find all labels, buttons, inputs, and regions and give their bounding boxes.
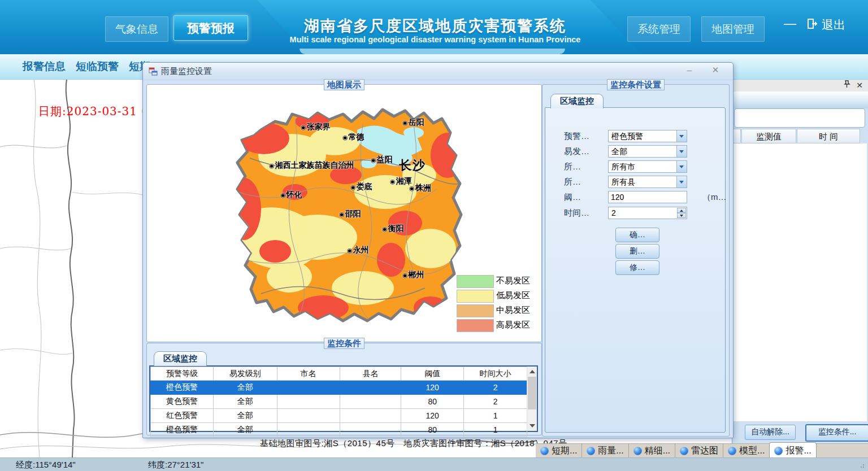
dock-table-body	[734, 143, 867, 421]
scroll-down-icon[interactable]	[530, 424, 535, 428]
city-marker-icon: ◉	[382, 225, 388, 232]
winform-icon	[149, 67, 158, 78]
map-city-yueyang: ◉岳阳	[402, 117, 424, 128]
scroll-up-icon[interactable]	[530, 370, 535, 373]
warning-level-select[interactable]: 橙色预警	[608, 130, 687, 142]
tab-region-monitor-settings[interactable]: 区域监控	[550, 94, 604, 108]
map-city-xiangtan: ◉湘潭	[390, 176, 412, 186]
task-tab-fine[interactable]: 精细...	[628, 444, 675, 458]
subnav-alarm-info[interactable]: 报警信息	[23, 59, 66, 74]
map-city-changde: ◉常德	[342, 132, 364, 142]
map-city-changsha: 长沙	[399, 157, 426, 174]
task-tab-short-term[interactable]: 短期...	[536, 444, 581, 458]
exit-button[interactable]: 退出	[806, 16, 845, 34]
delete-button[interactable]: 删…	[615, 244, 659, 259]
chevron-down-icon[interactable]	[676, 161, 687, 172]
prone-level-select[interactable]: 全部	[608, 145, 687, 158]
county-label: 所…	[564, 177, 581, 187]
threshold-label: 阈…	[564, 192, 581, 203]
map-display-group: 地图展示	[146, 84, 542, 342]
city-marker-icon: ◉	[409, 185, 415, 191]
modify-button[interactable]: 修…	[615, 260, 659, 275]
map-license-text: 基础地图审图号:湘S（2015）45号 地质灾害图件审图号：湘S（2018）04…	[260, 438, 567, 449]
city-marker-icon: ◉	[402, 119, 408, 126]
monitor-condition-button[interactable]: 监控条件...	[805, 424, 868, 442]
nav-map-management[interactable]: 地图管理	[701, 16, 765, 42]
county-select[interactable]: 所有县	[608, 176, 687, 188]
table-row[interactable]: 橙色预警全部 801	[151, 423, 527, 437]
settings-group-label: 监控条件设置	[607, 79, 665, 90]
header-decor-band	[300, 49, 565, 54]
dialog-minimize-button[interactable]: –	[681, 64, 698, 76]
map-group-label: 地图展示	[324, 79, 364, 90]
bottom-taskbar: 短期... 雨量... 精细... 雷达图 模型... 报警...	[536, 443, 868, 458]
county-boundary-lines	[0, 79, 147, 457]
dialog-titlebar[interactable]: 雨量监控设置 – ✕	[143, 63, 733, 80]
task-tab-model[interactable]: 模型...	[723, 444, 769, 458]
dock-toolbar-box	[734, 108, 865, 128]
tab-region-monitor[interactable]: 区域监控	[154, 351, 207, 366]
subnav-nowcast-warning[interactable]: 短临预警	[76, 59, 119, 74]
window-minimize-button[interactable]: —	[782, 18, 798, 32]
map-city-zhuzhou: ◉株洲	[409, 183, 431, 193]
city-marker-icon: ◉	[301, 124, 306, 130]
time-label: 时间…	[564, 208, 589, 219]
time-spinner[interactable]: 2	[608, 207, 687, 219]
dock-col-monitor-value[interactable]: 监测值	[741, 129, 796, 143]
globe-icon	[587, 447, 595, 455]
globe-icon	[774, 447, 783, 455]
globe-icon	[633, 447, 642, 455]
dialog-title: 雨量监控设置	[161, 66, 212, 77]
condition-group-label: 监控条件	[324, 338, 364, 349]
condition-table: 预警等级 易发级别 市名 县名 阈值 时间大小 橙色预警全部 1202 黄色预警…	[149, 365, 538, 432]
chevron-down-icon[interactable]	[676, 176, 687, 187]
spin-down-icon[interactable]	[677, 213, 686, 218]
table-row[interactable]: 红色预警全部 1201	[151, 409, 527, 423]
threshold-unit-label: （m…	[702, 192, 727, 203]
dock-panel-gradient-strip	[732, 91, 868, 108]
map-city-huaihua: ◉怀化	[280, 190, 302, 200]
table-header-row: 预警等级 易发级别 市名 县名 阈值 时间大小	[151, 367, 527, 381]
table-scrollbar[interactable]	[527, 367, 537, 431]
legend-swatch-medium	[457, 304, 494, 317]
nav-warning-forecast[interactable]: 预警预报	[173, 15, 248, 41]
map-city-chenzhou: ◉郴州	[402, 270, 424, 280]
threshold-input[interactable]	[608, 191, 687, 203]
legend-swatch-low	[457, 290, 494, 303]
nav-weather-info[interactable]: 气象信息	[105, 16, 168, 42]
task-tab-alarm[interactable]: 报警...	[769, 442, 816, 459]
nav-system-management[interactable]: 系统管理	[627, 16, 691, 42]
table-row[interactable]: 橙色预警全部 1202	[151, 381, 527, 395]
city-marker-icon: ◉	[342, 134, 348, 141]
dialog-close-button[interactable]: ✕	[707, 64, 724, 76]
table-row[interactable]: 黄色预警全部 802	[151, 395, 527, 409]
city-label: 所…	[564, 162, 581, 172]
spin-up-icon[interactable]	[677, 208, 686, 213]
pin-icon[interactable]	[844, 79, 850, 91]
rainfall-monitor-dialog: 雨量监控设置 – ✕ 地图展示	[142, 62, 734, 438]
dock-close-icon[interactable]: ✕	[856, 79, 863, 91]
settings-tab-page: 预警… 橙色预警 易发… 全部 所… 所有市 所… 所有县 阈… （m	[545, 107, 726, 433]
map-city-zhangjiajie: ◉张家界	[301, 122, 331, 132]
city-marker-icon: ◉	[339, 211, 345, 217]
chevron-down-icon[interactable]	[676, 130, 687, 142]
dock-col-time[interactable]: 时 间	[797, 129, 860, 143]
confirm-button[interactable]: 确…	[615, 228, 659, 242]
city-marker-icon: ◉	[347, 247, 353, 254]
task-tab-radar[interactable]: 雷达图	[675, 444, 723, 458]
city-marker-icon: ◉	[390, 178, 396, 185]
city-select[interactable]: 所有市	[608, 160, 687, 173]
chevron-down-icon[interactable]	[676, 146, 687, 157]
dock-panel-header: ✕	[732, 79, 868, 91]
exit-door-icon	[806, 18, 818, 33]
scroll-thumb[interactable]	[528, 377, 536, 409]
map-city-hengyang: ◉衡阳	[382, 224, 404, 234]
city-marker-icon: ◉	[350, 184, 356, 190]
app-subtitle: Multi scale regional geological disaster…	[266, 35, 605, 44]
dock-col-stub	[732, 129, 741, 143]
task-tab-rainfall[interactable]: 雨量...	[581, 444, 628, 458]
auto-release-button[interactable]: 自动解除...	[745, 425, 796, 440]
prone-level-label: 易发…	[564, 146, 589, 157]
city-marker-icon: ◉	[371, 156, 376, 163]
resize-grip[interactable]	[860, 463, 866, 468]
